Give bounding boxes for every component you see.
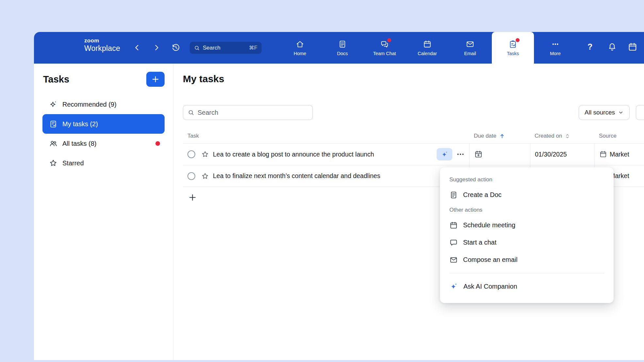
doc-icon (449, 191, 458, 199)
unread-dot (155, 141, 160, 146)
calendar-panel-button[interactable] (628, 42, 637, 52)
task-search-input[interactable] (198, 109, 308, 116)
ai-sparkle-icon (441, 150, 449, 158)
chat-bubble-icon (449, 238, 458, 247)
star-icon[interactable] (201, 150, 209, 158)
star-icon (49, 159, 57, 167)
menu-item-ask-ai-companion[interactable]: Ask AI Companion (440, 278, 614, 295)
table-header: Task Due date Created on (183, 129, 644, 143)
history-icon (171, 43, 181, 52)
help-icon: ? (588, 42, 592, 51)
task-title: Lea to finalize next month’s content cal… (213, 172, 380, 180)
column-due-date[interactable]: Due date (469, 129, 530, 143)
source-cell[interactable]: Market (594, 143, 644, 165)
task-search[interactable] (183, 105, 313, 120)
my-tasks-icon (49, 120, 57, 128)
calendar-panel-icon (628, 42, 637, 52)
sidebar-item-all-tasks[interactable]: All tasks (8) (42, 134, 165, 153)
team-chat-icon (380, 40, 389, 49)
ai-companion-action-button[interactable] (437, 148, 452, 160)
sidebar-item-starred[interactable]: Starred (42, 153, 165, 173)
ai-action-menu: Suggested action Create a Doc Other acti… (440, 167, 614, 303)
sidebar-item-label: My tasks (2) (62, 120, 98, 128)
team-chat-badge (387, 38, 391, 42)
email-icon (466, 40, 475, 49)
back-button[interactable] (133, 44, 141, 52)
tasks-badge (516, 38, 520, 42)
nav-docs[interactable]: Docs (321, 32, 363, 64)
logo-zoom-text: zoom (84, 38, 120, 44)
sidebar-item-my-tasks[interactable]: My tasks (2) (42, 114, 165, 134)
sources-filter[interactable]: All sources (579, 105, 630, 120)
sidebar-title: Tasks (43, 74, 69, 85)
chevron-down-icon (618, 110, 624, 115)
nav-team-chat[interactable]: Team Chat (363, 32, 406, 64)
nav-home[interactable]: Home (279, 32, 321, 64)
home-icon (296, 40, 304, 49)
global-search-label: Search (203, 45, 246, 51)
calendar-add-icon (474, 150, 483, 158)
sort-ascending-icon (499, 133, 505, 139)
global-search[interactable]: Search ⌘F (190, 42, 262, 54)
sidebar-item-recommended[interactable]: Recommended (9) (42, 95, 165, 114)
clipped-control[interactable] (636, 105, 644, 120)
new-task-button[interactable] (146, 72, 165, 87)
task-title: Lea to create a blog post to announce th… (213, 151, 374, 158)
top-bar: zoom Workplace Search ⌘F (34, 32, 644, 64)
sidebar-list: Recommended (9) My tasks (2) All tasks (… (42, 95, 165, 173)
menu-section-label: Suggested action (440, 173, 614, 186)
bell-icon (607, 42, 617, 52)
chevron-right-icon (153, 44, 160, 52)
task-cell: Lea to create a blog post to announce th… (183, 143, 469, 165)
toolbar: All sources (173, 105, 644, 120)
ellipsis-icon (456, 150, 465, 158)
sidebar-item-label: Starred (62, 159, 84, 167)
chevron-left-icon (133, 44, 141, 52)
created-on-cell: 01/30/2025 (530, 143, 594, 165)
search-icon (188, 109, 194, 116)
plus-icon (188, 193, 197, 202)
complete-task-radio[interactable] (187, 172, 195, 180)
complete-task-radio[interactable] (187, 150, 195, 158)
nav-more[interactable]: More (534, 32, 576, 64)
sidebar-item-label: Recommended (9) (62, 101, 117, 108)
history-button[interactable] (171, 43, 181, 52)
source-label: Market (610, 151, 629, 158)
logo-workplace-text: Workplace (84, 44, 120, 53)
notifications-button[interactable] (607, 42, 617, 52)
calendar-icon (449, 221, 458, 230)
forward-button[interactable] (153, 44, 160, 52)
add-task-button[interactable] (188, 193, 197, 202)
menu-item-compose-email[interactable]: Compose an email (440, 251, 614, 268)
column-task[interactable]: Task (183, 129, 469, 143)
envelope-icon (449, 256, 458, 264)
search-icon (194, 45, 200, 51)
menu-item-schedule-meeting[interactable]: Schedule meeting (440, 217, 614, 234)
row-more-button[interactable] (456, 150, 465, 158)
menu-item-start-chat[interactable]: Start a chat (440, 234, 614, 251)
global-search-shortcut: ⌘F (249, 45, 257, 51)
sidebar-item-label: All tasks (8) (62, 140, 96, 147)
more-icon (551, 40, 560, 49)
due-date-cell[interactable] (469, 143, 530, 165)
tasks-icon (508, 40, 517, 49)
star-icon[interactable] (201, 172, 209, 180)
ai-sparkle-icon (449, 282, 458, 291)
menu-item-create-doc[interactable]: Create a Doc (440, 186, 614, 204)
nav-calendar[interactable]: Calendar (406, 32, 448, 64)
calendar-icon (423, 40, 432, 49)
column-source[interactable]: Source (594, 129, 644, 143)
zoom-workplace-logo: zoom Workplace (84, 38, 120, 53)
nav-tasks[interactable]: Tasks (492, 32, 534, 64)
plus-icon (151, 75, 160, 83)
nav-email[interactable]: Email (449, 32, 491, 64)
column-created-on[interactable]: Created on (530, 129, 594, 143)
menu-section-label: Other actions (440, 204, 614, 217)
tasks-sidebar: Tasks Recommended (9) My tasks (2) (34, 64, 173, 360)
sparkle-icon (49, 100, 57, 109)
sources-filter-label: All sources (585, 109, 615, 116)
task-cell: Lea to finalize next month’s content cal… (183, 165, 469, 187)
help-button[interactable]: ? (588, 42, 592, 52)
docs-icon (338, 40, 347, 49)
menu-divider (449, 273, 604, 273)
